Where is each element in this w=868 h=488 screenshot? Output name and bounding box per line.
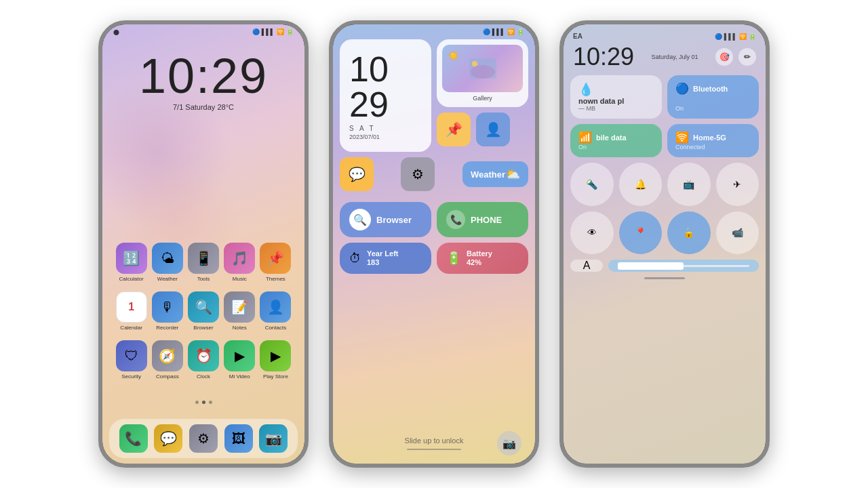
dock-messages[interactable]: 💬 (154, 424, 182, 453)
app-music[interactable]: 🎵 Music (222, 243, 258, 282)
dot-1 (195, 401, 199, 404)
app-row-1: 🔢 Calculator 🌤 Weather 📱 Tools 🎵 Music (113, 243, 294, 282)
cw-day: S A T (349, 125, 422, 132)
mobile-data-status: On (578, 144, 654, 150)
app-contacts[interactable]: 👤 Contacts (258, 291, 294, 331)
battery-widget[interactable]: 🔋 Battery42% (437, 243, 528, 274)
browser-widget[interactable]: 🔍 Browser (340, 202, 431, 237)
security-icon: 🛡 (116, 340, 147, 371)
cw-min: 29 (349, 87, 422, 122)
wifi-label: Home-5G (693, 134, 726, 142)
app-row-2: 1 Calendar 🎙 Recorder 🔍 Browser 📝 Notes (113, 291, 294, 331)
playstore-icon: ▶ (260, 340, 291, 371)
brightness-a-tile[interactable]: A (570, 260, 603, 272)
weather-widget[interactable]: Weather ⛅ (462, 161, 528, 187)
lock-btn[interactable]: 🔒 (667, 211, 711, 255)
year-widget[interactable]: ⏱ Year Left183 (340, 243, 431, 274)
contacts-icon: 👤 (260, 291, 291, 323)
app-compass[interactable]: 🧭 Compass (149, 340, 185, 380)
tools-icon: 📱 (188, 243, 219, 274)
data-drop-icon: 💧 (578, 82, 593, 97)
cw-hour: 10 (349, 52, 422, 87)
screen-btn[interactable]: 📺 (667, 163, 711, 206)
dock-settings[interactable]: ⚙ (189, 424, 218, 453)
recorder-icon: 🎙 (152, 291, 183, 323)
bluetooth-tile[interactable]: 🔵 Bluetooth On (667, 75, 759, 119)
airplane-btn[interactable]: ✈ (716, 163, 760, 206)
brightness-bar (618, 265, 749, 267)
recorder-label: Recorder (156, 325, 178, 331)
location-btn[interactable]: 📍 (619, 211, 663, 255)
app-weather[interactable]: 🌤 Weather (149, 243, 185, 282)
music-icon: 🎵 (224, 243, 255, 274)
app-notes[interactable]: 📝 Notes (222, 291, 258, 331)
bluetooth-label: Bluetooth (693, 85, 728, 93)
clock-icon: ⏰ (188, 340, 219, 371)
eye-btn[interactable]: 👁 (570, 211, 614, 255)
data-usage-tile[interactable]: 💧 nown data pl — MB (570, 75, 662, 119)
status-bar-1: ⬤ 🔵▌▌▌🛜🔋 (102, 24, 304, 37)
p3-time: 10:29 (573, 43, 634, 71)
bell-btn[interactable]: 🔔 (619, 163, 663, 206)
mobile-data-label: bile data (596, 134, 627, 142)
data-usage-mb: — MB (578, 105, 654, 112)
brightness-row: A (570, 260, 759, 272)
notes-label: Notes (233, 325, 247, 331)
status-bar-2: 🔵▌▌▌🛜🔋 (333, 24, 535, 37)
phone2-widgets: 10 29 S A T 2023/07/01 (340, 39, 528, 279)
app-security[interactable]: 🛡 Security (113, 340, 149, 380)
p3-carrier: EA (573, 33, 583, 40)
wifi-tile[interactable]: 🛜 Home-5G Connected (667, 124, 759, 157)
app-calendar[interactable]: 1 Calendar (113, 291, 149, 331)
app-recorder[interactable]: 🎙 Recorder (149, 291, 185, 331)
p3-target-icon[interactable]: 🎯 (715, 48, 733, 66)
phone-widget-label: PHONE (471, 215, 502, 225)
contact-widget[interactable]: 👤 (476, 113, 510, 146)
dock-scanner[interactable]: 📷 (259, 424, 288, 453)
phone-3: EA 🔵▌▌▌🛜🔋 10:29 Saturday, July 01 🎯 (559, 20, 770, 468)
app-playstore[interactable]: ▶ Play Store (258, 340, 294, 380)
calculator-label: Calculator (119, 276, 144, 282)
app-browser[interactable]: 🔍 Browser (185, 291, 221, 331)
calculator-icon: 🔢 (116, 243, 147, 274)
phone1-clock-area: 10:29 7/1 Saturday 28°C (102, 24, 304, 111)
year-icon: ⏱ (349, 251, 361, 266)
svg-point-1 (471, 65, 495, 79)
p3-edit-icon[interactable]: ✏ (738, 48, 756, 66)
app-mivideo[interactable]: ▶ Mi Video (222, 340, 258, 380)
unlock-text: Slide up to unlock (405, 436, 464, 445)
home-indicator (644, 277, 685, 279)
playstore-label: Play Store (263, 373, 288, 380)
yellow-widget[interactable]: 💬 (340, 157, 374, 191)
app-tools[interactable]: 📱 Tools (185, 243, 221, 282)
pin-widget[interactable]: 📌 (437, 113, 471, 146)
p3-status-bar: EA 🔵▌▌▌🛜🔋 (570, 30, 759, 40)
data-usage-label: nown data pl (578, 97, 654, 105)
compass-icon: 🧭 (152, 340, 183, 371)
bluetooth-status: On (675, 105, 751, 112)
browser-label: Browser (193, 325, 213, 331)
dock-phone[interactable]: 📞 (119, 424, 148, 453)
dock-gallery[interactable]: 🖼 (224, 424, 253, 453)
video-btn[interactable]: 📹 (716, 211, 760, 255)
settings-widget[interactable]: ⚙ (401, 157, 435, 191)
app-calculator[interactable]: 🔢 Calculator (113, 243, 149, 282)
dot-3 (209, 401, 212, 404)
phone-widget[interactable]: 📞 PHONE (437, 202, 528, 237)
gallery-widget[interactable]: Gallery (437, 39, 528, 107)
flashlight-btn[interactable]: 🔦 (570, 163, 614, 206)
app-clock[interactable]: ⏰ Clock (185, 340, 221, 380)
app-themes[interactable]: 📌 Themes (258, 243, 294, 282)
mivideo-label: Mi Video (229, 373, 250, 380)
p3-header-buttons: 🎯 ✏ (715, 48, 756, 66)
themes-icon: 📌 (260, 243, 291, 274)
clock-label: Clock (197, 373, 210, 380)
phone-1: ⬤ 🔵▌▌▌🛜🔋 10:29 7/1 Saturday 28°C 🔢 Calcu… (98, 20, 309, 468)
phone1-date: 7/1 Saturday 28°C (102, 103, 304, 111)
brightness-slider-tile[interactable] (608, 260, 759, 272)
mobile-data-tile[interactable]: 📶 bile data On (570, 124, 662, 157)
bluetooth-icon: 🔵 (675, 82, 689, 95)
page-dots (102, 401, 304, 404)
p3-date: Saturday, July 01 (652, 54, 698, 60)
calendar-icon: 1 (116, 291, 147, 323)
